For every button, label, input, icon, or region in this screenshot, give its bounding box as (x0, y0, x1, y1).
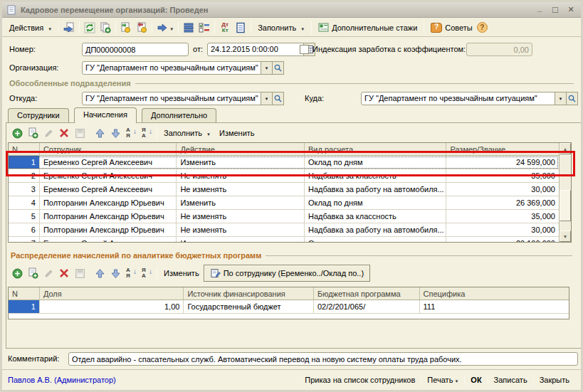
scroll-down-icon[interactable] (560, 231, 571, 242)
row-finish-edit-button[interactable] (72, 126, 88, 140)
indexation-coefficient-input (466, 43, 532, 56)
table-row[interactable]: 3 Еременко Сергей Алексеевич Не изменять… (9, 183, 559, 196)
row-move-down-button[interactable] (107, 126, 123, 140)
order-list-button[interactable]: Приказ на список сотрудников (299, 374, 421, 386)
dist-add-button[interactable] (9, 266, 25, 280)
distribution-section-title: Распределение начислений по аналитике бю… (11, 251, 261, 260)
dist-sort-descending-button[interactable]: Я А ↓ (139, 266, 154, 280)
dist-sort-ascending-button[interactable]: А Я ↓ (123, 266, 139, 280)
dist-finish-edit-button[interactable] (72, 266, 88, 280)
copy-button[interactable] (98, 21, 113, 35)
table-row[interactable]: 7 Еременко Сергей Алексеевич Изменить Ок… (9, 237, 559, 243)
tab-accruals[interactable]: Начисления (74, 107, 137, 123)
accruals-fill-button[interactable]: Заполнить (159, 127, 215, 139)
organization-dropdown-button[interactable] (261, 61, 273, 75)
current-user-link[interactable]: Павлов А.В. (Администратор) (8, 376, 116, 384)
date-input[interactable]: 24.12.2015 0:00:00 (207, 43, 304, 56)
row-move-up-button[interactable] (92, 126, 107, 140)
post-icon (120, 22, 132, 33)
sort-descending-button[interactable]: Я А ↓ (139, 126, 154, 140)
main-toolbar: Действия (2, 18, 581, 37)
organization-lookup-button[interactable] (272, 61, 284, 75)
tips-button[interactable]: Советы (426, 21, 476, 35)
dist-copy-button[interactable] (25, 266, 41, 280)
toolbar-separator (115, 21, 116, 34)
toolbar-separator (58, 21, 59, 34)
section-line (135, 83, 574, 84)
by-employee-toggle-button[interactable]: По сотруднику (Еременко../Оклад по..) (204, 265, 370, 282)
accruals-change-button[interactable]: Изменить (215, 127, 259, 139)
list-settings-button[interactable] (181, 21, 196, 35)
tips-book-icon (431, 23, 442, 33)
table-row[interactable]: 1 Еременко Сергей Алексеевич Изменить Ок… (9, 156, 559, 169)
column-settings-button[interactable] (196, 21, 212, 35)
finish-edit-icon (75, 128, 85, 139)
extra-stages-button[interactable]: Дополнительные стажи (314, 20, 421, 35)
row-delete-button[interactable] (56, 126, 72, 140)
toolbar-separator (311, 21, 312, 34)
print-button[interactable]: Печать (421, 374, 464, 386)
fill-button[interactable]: Заполнить (253, 21, 309, 34)
sort-ascending-button[interactable]: А Я ↓ (123, 126, 139, 140)
comment-input[interactable] (68, 352, 578, 366)
close-window-button[interactable]: Закрыть (534, 374, 575, 386)
table-row[interactable]: 2 Еременко Сергей Алексеевич Не изменять… (9, 169, 559, 183)
tab-additional[interactable]: Дополнительно (142, 108, 216, 122)
tab-employees[interactable]: Сотрудники (8, 108, 69, 122)
to-dropdown-button[interactable] (555, 92, 567, 105)
close-button[interactable] (565, 4, 577, 15)
save-button[interactable]: Записать (488, 374, 533, 386)
document-structure-button[interactable] (233, 21, 248, 35)
copy-add-icon (27, 267, 38, 279)
organization-input[interactable]: ГУ "Департамент по чрезвычайным ситуация… (82, 61, 261, 75)
dist-delete-button[interactable] (56, 266, 72, 280)
chevron-down-icon (168, 22, 174, 33)
help-icon[interactable] (477, 22, 488, 33)
from-dropdown-button[interactable] (261, 92, 273, 105)
sort-desc-icon: Я А ↓ (141, 127, 152, 139)
table-row[interactable]: 6 Полторанин Александр Юрьевич Не изменя… (9, 223, 559, 237)
dist-change-button[interactable]: Изменить (159, 267, 204, 280)
maximize-button[interactable] (550, 4, 561, 15)
toolbar-separator (178, 21, 179, 34)
postings-button[interactable]: Дт Кт (217, 21, 233, 35)
separated-units-section: Обособленные подразделения (9, 79, 574, 88)
dist-move-up-button[interactable] (92, 266, 107, 280)
refresh-button[interactable] (82, 21, 98, 35)
from-lookup-button[interactable] (272, 92, 284, 105)
goto-button[interactable] (154, 21, 176, 35)
distribution-table[interactable]: N Доля Источник финансирования Бюджетная… (8, 287, 569, 319)
number-input[interactable] (82, 43, 189, 56)
dist-edit-button[interactable] (41, 266, 56, 280)
from-input[interactable]: ГУ "Департамент по чрезвычайным ситуация… (82, 92, 261, 105)
arrow-down-icon (110, 128, 121, 139)
table-row[interactable]: 5 Полторанин Александр Юрьевич Не изменя… (9, 210, 559, 223)
reread-icon (63, 22, 75, 33)
scroll-thumb[interactable] (560, 190, 571, 221)
unpost-button[interactable] (134, 21, 149, 35)
toolbar-separator (157, 127, 157, 139)
by-employee-icon (210, 268, 221, 279)
titlebar[interactable]: Кадровое перемещение организаций: Провед… (2, 2, 581, 18)
table-row[interactable]: 1 1,00 Государственный бюджет 02/2/201/0… (9, 300, 569, 314)
scroll-up-icon[interactable] (560, 143, 571, 154)
comment-label: Комментарий: (8, 352, 59, 366)
row-copy-button[interactable] (25, 126, 41, 140)
row-add-button[interactable] (9, 126, 25, 140)
to-label: Куда: (305, 92, 324, 105)
sort-desc-icon: Я А ↓ (141, 267, 152, 279)
accruals-table[interactable]: N Сотрудник Действие Вид расчета Размер/… (8, 142, 572, 243)
indexation-checkbox[interactable] (300, 45, 309, 54)
table-row[interactable]: 4 Полторанин Александр Юрьевич Изменить … (9, 196, 559, 210)
row-edit-button[interactable] (41, 126, 56, 140)
reread-button[interactable] (61, 21, 77, 35)
actions-button[interactable]: Действия (5, 21, 56, 34)
to-input[interactable]: ГУ "Департамент по чрезвычайным ситуация… (361, 92, 555, 105)
to-lookup-button[interactable] (566, 92, 578, 105)
vertical-scrollbar[interactable] (559, 143, 571, 242)
dist-move-down-button[interactable] (107, 266, 123, 280)
minimize-button[interactable] (534, 4, 545, 15)
ok-button[interactable]: ОК (465, 374, 487, 386)
indexation-label: Индексация заработка с коэффициентом: (312, 43, 466, 56)
post-button[interactable] (118, 21, 134, 35)
